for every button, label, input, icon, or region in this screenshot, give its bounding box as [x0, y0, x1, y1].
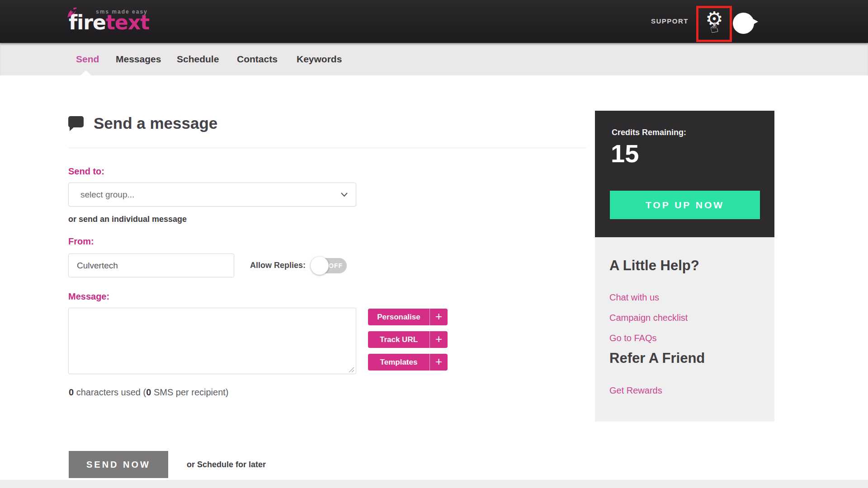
help-title: A Little Help?: [609, 258, 699, 274]
track-url-label: Track URL: [368, 331, 429, 348]
go-to-faqs-link[interactable]: Go to FAQs: [609, 333, 656, 343]
plus-icon: +: [430, 354, 448, 370]
credits-value: 15: [611, 139, 639, 168]
support-link[interactable]: SUPPORT: [651, 17, 689, 25]
message-textarea[interactable]: [68, 308, 356, 374]
firetext-logo[interactable]: sms made easy firetext: [68, 4, 185, 40]
allow-replies-toggle[interactable]: OFF: [312, 258, 347, 273]
title-divider: [68, 148, 586, 148]
credits-label: Credits Remaining:: [612, 128, 686, 137]
toggle-state-label: OFF: [329, 258, 343, 273]
allow-replies-label: Allow Replies:: [250, 261, 306, 270]
plus-icon: +: [430, 309, 448, 324]
resize-grip-icon[interactable]: [349, 367, 354, 373]
get-rewards-link[interactable]: Get Rewards: [609, 385, 662, 396]
char-text: characters used (: [74, 387, 146, 397]
nav-item-schedule[interactable]: Schedule: [177, 43, 219, 75]
user-avatar[interactable]: [733, 13, 754, 34]
group-select-value: select group...: [80, 190, 134, 200]
character-counter: 0 characters used (0 SMS per recipient): [69, 387, 229, 398]
avatar-caret-icon: [753, 19, 758, 24]
top-up-button[interactable]: TOP UP NOW: [610, 191, 760, 219]
firetext-app: sms made easy firetext SUPPORT ⚙ ☝ Send …: [0, 0, 868, 488]
page-title: Send a message: [94, 114, 217, 132]
chevron-down-icon: [341, 192, 348, 197]
logo-wordmark: firetext: [69, 11, 149, 34]
templates-label: Templates: [368, 354, 429, 371]
send-to-label: Send to:: [68, 166, 104, 177]
personalise-label: Personalise: [368, 309, 429, 325]
individual-message-link[interactable]: or send an individual message: [68, 215, 187, 224]
from-label: From:: [68, 236, 94, 247]
message-label: Message:: [68, 291, 109, 302]
help-card: A Little Help? Chat with us Campaign che…: [595, 237, 774, 422]
nav-item-messages[interactable]: Messages: [116, 43, 161, 75]
campaign-checklist-link[interactable]: Campaign checklist: [609, 313, 688, 323]
sms-count: 0: [146, 387, 151, 397]
nav-item-contacts[interactable]: Contacts: [237, 43, 278, 75]
personalise-button[interactable]: Personalise +: [368, 309, 448, 325]
logo-fire-text: fire: [69, 11, 106, 34]
send-now-button[interactable]: SEND NOW: [69, 451, 168, 478]
from-input[interactable]: [68, 253, 234, 277]
toggle-knob[interactable]: [311, 257, 329, 275]
app-header: sms made easy firetext SUPPORT ⚙ ☝: [0, 0, 868, 43]
active-tab-notch: [80, 70, 91, 75]
chat-with-us-link[interactable]: Chat with us: [609, 292, 659, 303]
templates-button[interactable]: Templates +: [368, 354, 448, 371]
schedule-later-link[interactable]: or Schedule for later: [187, 460, 266, 469]
logo-text-text: text: [106, 11, 149, 34]
message-bubble-icon: [68, 116, 84, 127]
plus-icon: +: [430, 331, 448, 347]
nav-item-keywords[interactable]: Keywords: [297, 43, 342, 75]
char-count: 0: [69, 387, 74, 397]
sms-text: SMS per recipient): [151, 387, 228, 397]
group-select[interactable]: select group...: [68, 183, 356, 206]
footer-strip: [0, 480, 868, 488]
track-url-button[interactable]: Track URL +: [368, 331, 448, 348]
main-nav: Send Messages Schedule Contacts Keywords: [0, 43, 868, 75]
refer-a-friend-title: Refer A Friend: [609, 350, 705, 366]
credits-card: Credits Remaining: 15 TOP UP NOW: [595, 111, 774, 237]
